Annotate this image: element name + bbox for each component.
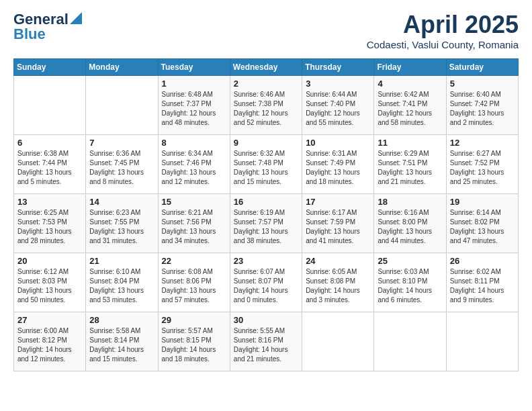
day-info: Sunrise: 6:31 AM Sunset: 7:49 PM Dayligh… [306,149,370,187]
day-number: 18 [378,197,442,207]
calendar-cell: 15Sunrise: 6:21 AM Sunset: 7:56 PM Dayli… [158,194,230,253]
calendar-cell: 12Sunrise: 6:27 AM Sunset: 7:52 PM Dayli… [446,135,518,194]
calendar-cell: 1Sunrise: 6:48 AM Sunset: 7:37 PM Daylig… [158,76,230,135]
day-info: Sunrise: 6:21 AM Sunset: 7:56 PM Dayligh… [162,208,226,246]
day-number: 6 [17,138,82,148]
weekday-header-sunday: Sunday [14,59,86,76]
calendar-cell: 8Sunrise: 6:34 AM Sunset: 7:46 PM Daylig… [158,135,230,194]
calendar-cell [14,76,86,135]
day-number: 28 [89,315,154,325]
calendar-cell: 5Sunrise: 6:40 AM Sunset: 7:42 PM Daylig… [446,76,518,135]
calendar-cell: 2Sunrise: 6:46 AM Sunset: 7:38 PM Daylig… [230,76,302,135]
calendar-cell: 22Sunrise: 6:08 AM Sunset: 8:06 PM Dayli… [158,253,230,312]
weekday-header-tuesday: Tuesday [158,59,230,76]
calendar-cell: 25Sunrise: 6:03 AM Sunset: 8:10 PM Dayli… [374,253,446,312]
day-info: Sunrise: 6:34 AM Sunset: 7:46 PM Dayligh… [162,149,226,187]
day-number: 29 [162,315,226,325]
day-number: 13 [17,197,82,207]
title-block: April 2025 Codaesti, Vaslui County, Roma… [367,11,519,50]
day-number: 23 [234,256,298,266]
calendar-cell: 24Sunrise: 6:05 AM Sunset: 8:08 PM Dayli… [302,253,374,312]
day-info: Sunrise: 6:46 AM Sunset: 7:38 PM Dayligh… [234,90,298,128]
day-number: 30 [234,315,298,325]
day-number: 24 [306,256,370,266]
day-number: 21 [89,256,154,266]
day-number: 20 [17,256,82,266]
page-title: April 2025 [367,11,519,39]
calendar-cell: 28Sunrise: 5:58 AM Sunset: 8:14 PM Dayli… [86,312,158,371]
day-info: Sunrise: 6:16 AM Sunset: 8:00 PM Dayligh… [378,208,442,246]
day-info: Sunrise: 6:05 AM Sunset: 8:08 PM Dayligh… [306,267,370,305]
day-info: Sunrise: 6:19 AM Sunset: 7:57 PM Dayligh… [234,208,298,246]
page-subtitle: Codaesti, Vaslui County, Romania [367,39,519,50]
weekday-header-wednesday: Wednesday [230,59,302,76]
day-number: 1 [162,79,226,89]
day-info: Sunrise: 6:29 AM Sunset: 7:51 PM Dayligh… [378,149,442,187]
day-number: 8 [162,138,226,148]
day-info: Sunrise: 5:55 AM Sunset: 8:16 PM Dayligh… [234,326,298,364]
day-number: 2 [234,79,298,89]
day-number: 16 [234,197,298,207]
day-info: Sunrise: 6:08 AM Sunset: 8:06 PM Dayligh… [162,267,226,305]
calendar-cell: 18Sunrise: 6:16 AM Sunset: 8:00 PM Dayli… [374,194,446,253]
day-info: Sunrise: 5:58 AM Sunset: 8:14 PM Dayligh… [89,326,154,364]
day-number: 5 [450,79,515,89]
day-info: Sunrise: 6:10 AM Sunset: 8:04 PM Dayligh… [89,267,154,305]
day-number: 27 [17,315,82,325]
calendar-cell: 13Sunrise: 6:25 AM Sunset: 7:53 PM Dayli… [14,194,86,253]
logo-triangle-icon [70,12,82,24]
day-info: Sunrise: 6:27 AM Sunset: 7:52 PM Dayligh… [450,149,515,187]
weekday-header-saturday: Saturday [446,59,518,76]
day-number: 17 [306,197,370,207]
weekday-header-friday: Friday [374,59,446,76]
day-info: Sunrise: 6:38 AM Sunset: 7:44 PM Dayligh… [17,149,82,187]
day-number: 26 [450,256,515,266]
calendar-cell: 23Sunrise: 6:07 AM Sunset: 8:07 PM Dayli… [230,253,302,312]
calendar-table: SundayMondayTuesdayWednesdayThursdayFrid… [13,58,519,371]
calendar-cell: 20Sunrise: 6:12 AM Sunset: 8:03 PM Dayli… [14,253,86,312]
day-info: Sunrise: 6:12 AM Sunset: 8:03 PM Dayligh… [17,267,82,305]
calendar-cell: 4Sunrise: 6:42 AM Sunset: 7:41 PM Daylig… [374,76,446,135]
day-info: Sunrise: 6:07 AM Sunset: 8:07 PM Dayligh… [234,267,298,305]
calendar-cell: 7Sunrise: 6:36 AM Sunset: 7:45 PM Daylig… [86,135,158,194]
day-number: 14 [89,197,154,207]
calendar-cell: 17Sunrise: 6:17 AM Sunset: 7:59 PM Dayli… [302,194,374,253]
day-info: Sunrise: 6:42 AM Sunset: 7:41 PM Dayligh… [378,90,442,128]
calendar-cell: 10Sunrise: 6:31 AM Sunset: 7:49 PM Dayli… [302,135,374,194]
weekday-header-thursday: Thursday [302,59,374,76]
calendar-cell: 16Sunrise: 6:19 AM Sunset: 7:57 PM Dayli… [230,194,302,253]
day-number: 11 [378,138,442,148]
day-info: Sunrise: 6:32 AM Sunset: 7:48 PM Dayligh… [234,149,298,187]
calendar-cell [302,312,374,371]
day-number: 19 [450,197,515,207]
day-info: Sunrise: 6:48 AM Sunset: 7:37 PM Dayligh… [162,90,226,128]
calendar-cell: 19Sunrise: 6:14 AM Sunset: 8:02 PM Dayli… [446,194,518,253]
day-info: Sunrise: 6:40 AM Sunset: 7:42 PM Dayligh… [450,90,515,128]
calendar-cell: 27Sunrise: 6:00 AM Sunset: 8:12 PM Dayli… [14,312,86,371]
day-number: 9 [234,138,298,148]
calendar-cell [374,312,446,371]
calendar-cell: 26Sunrise: 6:02 AM Sunset: 8:11 PM Dayli… [446,253,518,312]
calendar-cell [86,76,158,135]
calendar-cell: 11Sunrise: 6:29 AM Sunset: 7:51 PM Dayli… [374,135,446,194]
day-info: Sunrise: 6:14 AM Sunset: 8:02 PM Dayligh… [450,208,515,246]
day-info: Sunrise: 6:44 AM Sunset: 7:40 PM Dayligh… [306,90,370,128]
day-info: Sunrise: 5:57 AM Sunset: 8:15 PM Dayligh… [162,326,226,364]
calendar-cell: 9Sunrise: 6:32 AM Sunset: 7:48 PM Daylig… [230,135,302,194]
day-info: Sunrise: 6:23 AM Sunset: 7:55 PM Dayligh… [89,208,154,246]
calendar-cell: 30Sunrise: 5:55 AM Sunset: 8:16 PM Dayli… [230,312,302,371]
day-number: 10 [306,138,370,148]
day-info: Sunrise: 6:03 AM Sunset: 8:10 PM Dayligh… [378,267,442,305]
day-info: Sunrise: 6:00 AM Sunset: 8:12 PM Dayligh… [17,326,82,364]
day-info: Sunrise: 6:25 AM Sunset: 7:53 PM Dayligh… [17,208,82,246]
calendar-cell: 14Sunrise: 6:23 AM Sunset: 7:55 PM Dayli… [86,194,158,253]
calendar-cell: 29Sunrise: 5:57 AM Sunset: 8:15 PM Dayli… [158,312,230,371]
day-number: 15 [162,197,226,207]
weekday-header-monday: Monday [86,59,158,76]
day-number: 4 [378,79,442,89]
calendar-cell [446,312,518,371]
calendar-cell: 3Sunrise: 6:44 AM Sunset: 7:40 PM Daylig… [302,76,374,135]
calendar-cell: 6Sunrise: 6:38 AM Sunset: 7:44 PM Daylig… [14,135,86,194]
page-header: General Blue April 2025 Codaesti, Vaslui… [13,11,519,50]
calendar-cell: 21Sunrise: 6:10 AM Sunset: 8:04 PM Dayli… [86,253,158,312]
